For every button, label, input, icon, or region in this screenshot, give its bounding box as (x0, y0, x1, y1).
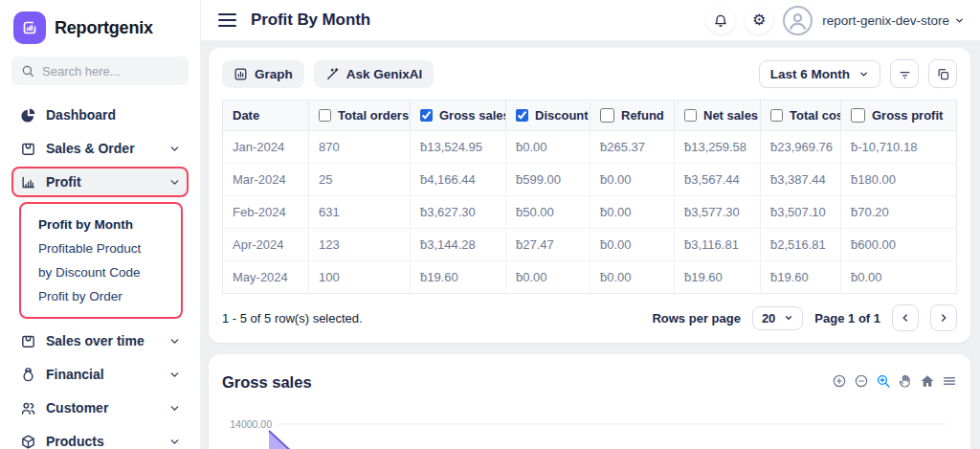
notifications-button[interactable] (706, 6, 735, 34)
graph-button-label: Graph (255, 67, 293, 81)
content: Graph Ask GenixAI Last 6 Month (201, 40, 980, 449)
app-root: Reportgenix Search here... Dashboard Sal… (0, 0, 980, 449)
cell-gross-profit: ƀ180.00 (841, 164, 957, 196)
next-page-button[interactable] (930, 304, 957, 331)
cell-gross-profit: ƀ0.00 (841, 261, 957, 294)
gear-icon: ⚙ (752, 12, 766, 28)
submenu-item-profit-by-order[interactable]: Profit by Order (38, 284, 181, 308)
col-header-net-sales: Net sales (675, 101, 761, 131)
zoom-out-icon[interactable] (854, 373, 869, 389)
zoom-in-icon[interactable] (832, 373, 847, 389)
date-range-select[interactable]: Last 6 Month (759, 60, 880, 88)
cell-refund: ƀ265.37 (590, 131, 675, 164)
gross-profit-checkbox[interactable] (851, 108, 865, 123)
report-card: Graph Ask GenixAI Last 6 Month (209, 48, 970, 343)
report-toolbar: Graph Ask GenixAI Last 6 Month (222, 59, 957, 88)
previous-page-button[interactable] (892, 304, 919, 331)
cell-gross-sales: ƀ13,524.95 (411, 131, 506, 164)
cell-total-orders: 123 (309, 229, 411, 261)
cell-gross-sales: ƀ19.60 (411, 261, 506, 294)
cell-date: Apr-2024 (223, 229, 309, 261)
table-row[interactable]: Apr-2024 123 ƀ3,144.28 ƀ27.47 ƀ0.00 ƀ3,1… (223, 229, 957, 261)
cell-gross-sales: ƀ3,144.28 (411, 229, 506, 261)
sidebar-item-label: Profit (46, 174, 81, 190)
table-row[interactable]: Jan-2024 870 ƀ13,524.95 ƀ0.00 ƀ265.37 ƀ1… (223, 131, 957, 164)
sidebar-item-sales-over-time[interactable]: Sales over time (11, 326, 189, 356)
net-sales-checkbox[interactable] (684, 108, 697, 123)
graph-button[interactable]: Graph (222, 60, 304, 88)
submenu-item-by-discount-code[interactable]: by Discount Code (38, 260, 181, 284)
table-header-row: Date Total orders Gross sales Discount R… (223, 101, 957, 131)
filter-button[interactable] (890, 59, 919, 88)
selection-zoom-icon[interactable] (876, 373, 891, 389)
sidebar-item-dashboard[interactable]: Dashboard (11, 100, 189, 130)
store-selector[interactable]: report-genix-dev-store (822, 13, 965, 28)
sidebar-item-sales-order[interactable]: Sales & Order (11, 133, 189, 164)
total-cost-checkbox[interactable] (770, 108, 783, 123)
cell-gross-profit: ƀ-10,710.18 (841, 131, 957, 164)
chart-toolbar (832, 373, 957, 389)
rows-selected-text: 1 - 5 of 5 row(s) selected. (222, 311, 363, 326)
cell-date: Feb-2024 (223, 196, 309, 229)
sidebar-item-profit[interactable]: Profit (11, 167, 189, 197)
total-orders-checkbox[interactable] (319, 108, 331, 123)
cell-total-orders: 25 (309, 164, 411, 196)
avatar[interactable] (783, 6, 813, 35)
cell-net-sales: ƀ3,567.44 (675, 164, 761, 196)
chevron-left-icon (900, 312, 911, 324)
chevron-right-icon (938, 312, 949, 324)
cell-total-cost: ƀ3,507.10 (761, 196, 841, 229)
sidebar-item-financial[interactable]: Financial (11, 359, 189, 390)
cell-refund: ƀ0.00 (590, 164, 675, 196)
sidebar-nav: Dashboard Sales & Order Profit (11, 100, 189, 449)
filter-icon (898, 67, 912, 81)
gross-sales-area-chart[interactable]: 14000.00 12000.00 (222, 405, 955, 449)
col-header-total-cost: Total cost (761, 101, 841, 131)
profit-table: Date Total orders Gross sales Discount R… (222, 100, 957, 294)
rows-per-page-value: 20 (762, 311, 775, 326)
search-placeholder: Search here... (42, 64, 121, 79)
topbar: Profit By Month ⚙ report-genix-dev-store (201, 0, 980, 40)
cell-date: Jan-2024 (223, 131, 309, 164)
col-header-refund: Refund (590, 101, 675, 131)
search-input[interactable]: Search here... (11, 56, 189, 85)
copy-icon (936, 67, 950, 81)
col-header-total-orders: Total orders (309, 101, 411, 131)
table-row[interactable]: Feb-2024 631 ƀ3,627.30 ƀ50.00 ƀ0.00 ƀ3,5… (223, 196, 957, 229)
chevron-down-icon (168, 402, 181, 415)
sidebar-item-customer[interactable]: Customer (11, 393, 189, 423)
pan-hand-icon[interactable] (898, 373, 913, 389)
settings-button[interactable]: ⚙ (745, 6, 773, 34)
menu-toggle-icon[interactable] (216, 11, 238, 29)
discount-checkbox[interactable] (516, 108, 528, 123)
ask-genixai-button[interactable]: Ask GenixAI (314, 60, 434, 88)
main-area: Profit By Month ⚙ report-genix-dev-store (201, 0, 980, 449)
bell-icon (713, 12, 728, 28)
cell-discount: ƀ599.00 (506, 164, 590, 196)
pie-chart-icon (19, 107, 36, 123)
submenu-item-profitable-product[interactable]: Profitable Product (38, 236, 181, 260)
rows-per-page-select[interactable]: 20 (752, 306, 803, 330)
cell-total-orders: 100 (309, 261, 411, 294)
table-row[interactable]: May-2024 100 ƀ19.60 ƀ0.00 ƀ0.00 ƀ19.60 ƀ… (223, 261, 957, 294)
cell-discount: ƀ27.47 (506, 229, 590, 261)
cell-total-orders: 631 (309, 196, 411, 229)
cell-net-sales: ƀ3,116.81 (675, 229, 761, 261)
home-reset-icon[interactable] (920, 373, 935, 389)
refund-checkbox[interactable] (600, 108, 614, 123)
copy-button[interactable] (928, 59, 957, 88)
chart-menu-icon[interactable] (942, 373, 957, 389)
gross-sales-card: Gross sales (209, 354, 970, 449)
col-header-date[interactable]: Date (223, 101, 309, 131)
magic-wand-icon (325, 67, 340, 81)
cell-date: Mar-2024 (223, 164, 309, 196)
cell-refund: ƀ0.00 (590, 196, 675, 229)
table-row[interactable]: Mar-2024 25 ƀ4,166.44 ƀ599.00 ƀ0.00 ƀ3,5… (223, 164, 957, 196)
cell-date: May-2024 (223, 261, 309, 294)
submenu-item-profit-by-month[interactable]: Profit by Month (38, 213, 181, 236)
chevron-down-icon (168, 369, 181, 381)
brand-name: Reportgenix (55, 18, 153, 38)
cell-discount: ƀ50.00 (506, 196, 590, 229)
gross-sales-checkbox[interactable] (420, 108, 433, 123)
sidebar-item-products[interactable]: Products (11, 426, 189, 449)
